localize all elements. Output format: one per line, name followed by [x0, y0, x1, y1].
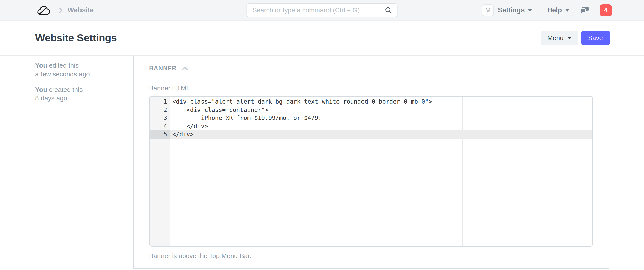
banner-html-code-editor[interactable]: 1<div class="alert alert-dark bg-dark te… [149, 96, 593, 247]
code-text[interactable]: </div> [170, 130, 592, 139]
editor-line-2[interactable]: 2 <div class="container"> [150, 106, 592, 114]
save-button[interactable]: Save [581, 31, 610, 45]
settings-dropdown[interactable]: Settings [498, 6, 532, 14]
chevron-up-icon [182, 66, 188, 71]
navbar-right: M Settings Help 4 [482, 4, 612, 16]
search-icon[interactable] [385, 6, 393, 14]
top-navbar: Website M Settings Help 4 [0, 0, 644, 21]
menu-button-label: Menu [547, 34, 564, 42]
code-text[interactable]: </div> [170, 122, 592, 130]
code-text[interactable]: iPhone XR from $19.99/mo. or $479. [170, 114, 592, 122]
form-main: BANNER Banner HTML 1<div class="alert al… [133, 56, 609, 269]
line-number: 2 [150, 106, 170, 114]
text-cursor [194, 130, 194, 138]
indent-guide [187, 115, 187, 121]
caret-down-icon [528, 9, 532, 12]
line-number: 4 [150, 122, 170, 130]
sidebar-modified-info: You edited this a few seconds ago [35, 61, 123, 78]
cloud-logo-icon[interactable] [37, 4, 50, 16]
header-actions: Menu Save [541, 31, 610, 45]
settings-label: Settings [498, 6, 525, 14]
global-search [247, 3, 398, 17]
section-title: BANNER [149, 65, 177, 72]
page-body: You edited this a few seconds ago You cr… [0, 56, 644, 270]
chat-bubbles-icon[interactable] [580, 6, 589, 14]
sidebar-created-info: You created this 8 days ago [35, 85, 123, 103]
editor-line-4[interactable]: 4 </div> [150, 122, 592, 130]
editor-rows: 1<div class="alert alert-dark bg-dark te… [150, 97, 592, 139]
search-input[interactable] [253, 6, 385, 14]
banner-html-label: Banner HTML [149, 84, 593, 92]
user-avatar[interactable]: M [482, 4, 494, 16]
line-number: 5 [150, 130, 170, 139]
menu-button[interactable]: Menu [541, 31, 578, 45]
editor-line-5[interactable]: 5</div> [150, 130, 592, 139]
modified-when: a few seconds ago [35, 70, 123, 78]
editor-line-1[interactable]: 1<div class="alert alert-dark bg-dark te… [150, 97, 592, 106]
form-sidebar: You edited this a few seconds ago You cr… [0, 56, 133, 270]
help-dropdown[interactable]: Help [547, 6, 570, 14]
editor-line-3[interactable]: 3 iPhone XR from $19.99/mo. or $479. [150, 114, 592, 122]
created-when: 8 days ago [35, 94, 123, 103]
notification-badge[interactable]: 4 [600, 4, 612, 16]
created-by: You created this [35, 85, 123, 94]
modified-by: You edited this [35, 61, 123, 70]
page-header: Website Settings Menu Save [0, 21, 644, 56]
code-text[interactable]: <div class="alert alert-dark bg-dark tex… [170, 97, 592, 106]
help-label: Help [547, 6, 562, 14]
section-banner-toggle[interactable]: BANNER [149, 65, 188, 72]
line-number: 3 [150, 114, 170, 122]
caret-down-icon [567, 37, 572, 39]
banner-help-text: Banner is above the Top Menu Bar. [149, 252, 593, 260]
breadcrumb-website[interactable]: Website [68, 6, 94, 14]
caret-down-icon [565, 9, 570, 12]
line-number: 1 [150, 97, 170, 106]
page-title: Website Settings [35, 32, 117, 44]
code-text[interactable]: <div class="container"> [170, 106, 592, 114]
breadcrumb-chevron-icon [58, 7, 64, 14]
